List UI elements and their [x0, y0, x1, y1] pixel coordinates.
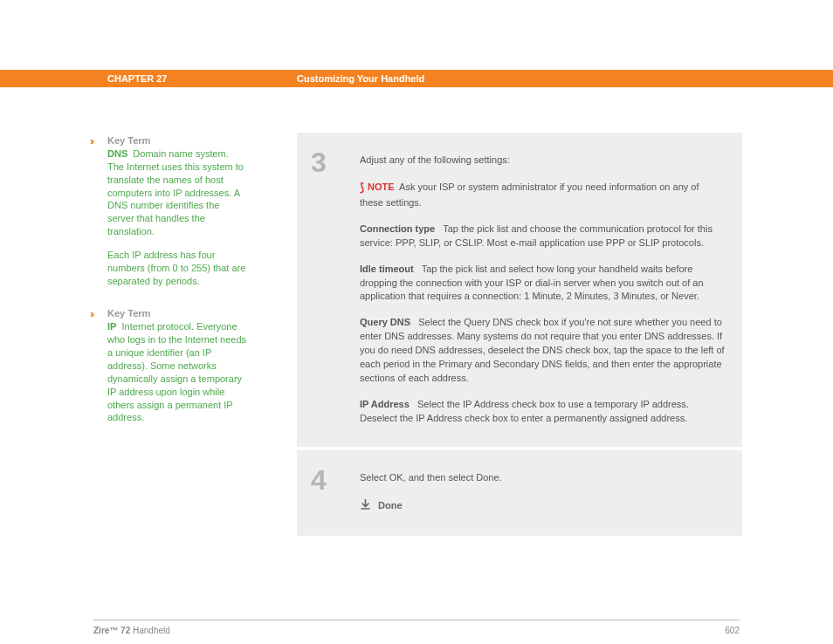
- setting-connection-type: Connection type Tap the pick list and ch…: [360, 223, 725, 250]
- key-term-definition: Internet protocol. Everyone who logs in …: [107, 321, 246, 422]
- chapter-title: Customizing Your Handheld: [297, 73, 424, 84]
- note-label: NOTE: [368, 182, 395, 192]
- setting-name: Query DNS: [360, 317, 410, 327]
- footer-brand-bold: Zire™ 72: [93, 626, 130, 635]
- step-4: 4 Select OK, and then select Done. Done: [297, 450, 742, 536]
- done-icon: [360, 497, 371, 515]
- done-label: Done: [378, 499, 403, 513]
- key-term-term: IP: [107, 321, 116, 332]
- step-body: Select OK, and then select Done. Done: [353, 450, 742, 536]
- setting-text: Select the Query DNS check box if you're…: [360, 317, 725, 383]
- key-term-body: DNS Domain name system. The Internet use…: [107, 147, 247, 287]
- note-body: Ask your ISP or system administrator if …: [360, 182, 699, 208]
- key-term-block: ›› Key Term IP Internet protocol. Everyo…: [107, 308, 247, 424]
- key-term-icon: ››: [90, 135, 92, 147]
- key-term-term: DNS: [107, 148, 127, 159]
- step-number: 4: [297, 450, 353, 536]
- page-footer: Zire™ 72 Handheld 602: [93, 620, 740, 635]
- footer-brand-rest: Handheld: [130, 626, 170, 635]
- setting-text: Select the IP Address check box to use a…: [360, 399, 689, 423]
- step-intro: Adjust any of the following settings:: [360, 154, 725, 168]
- step-body: Adjust any of the following settings: ⟆N…: [353, 133, 742, 447]
- down-arrow-icon: [360, 499, 371, 510]
- main-content: 3 Adjust any of the following settings: …: [297, 133, 742, 536]
- key-term-heading: Key Term: [107, 135, 247, 146]
- key-term-heading: Key Term: [107, 308, 247, 319]
- key-term-icon: ››: [90, 308, 92, 320]
- key-term-extra: Each IP address has four numbers (from 0…: [107, 249, 247, 288]
- step-3: 3 Adjust any of the following settings: …: [297, 133, 742, 450]
- setting-name: IP Address: [360, 399, 410, 409]
- key-term-block: ›› Key Term DNS Domain name system. The …: [107, 135, 247, 287]
- setting-ip-address: IP Address Select the IP Address check b…: [360, 398, 725, 426]
- setting-name: Idle timeout: [360, 264, 414, 274]
- setting-idle-timeout: Idle timeout Tap the pick list and selec…: [360, 263, 725, 305]
- chapter-header: CHAPTER 27 Customizing Your Handheld: [0, 70, 833, 87]
- note: ⟆NOTE Ask your ISP or system administrat…: [360, 180, 725, 210]
- page-number: 602: [725, 626, 740, 635]
- chapter-number: CHAPTER 27: [107, 73, 167, 84]
- key-term-body: IP Internet protocol. Everyone who logs …: [107, 320, 247, 424]
- key-term-definition: Domain name system. The Internet uses th…: [107, 148, 244, 236]
- step-number: 3: [297, 133, 353, 447]
- done-row: Done: [360, 497, 725, 515]
- sidebar: ›› Key Term DNS Domain name system. The …: [107, 135, 247, 445]
- setting-query-dns: Query DNS Select the Query DNS check box…: [360, 316, 725, 386]
- footer-brand: Zire™ 72 Handheld: [93, 626, 170, 635]
- step-intro: Select OK, and then select Done.: [360, 471, 725, 485]
- note-icon: ⟆: [360, 180, 364, 196]
- setting-name: Connection type: [360, 223, 435, 234]
